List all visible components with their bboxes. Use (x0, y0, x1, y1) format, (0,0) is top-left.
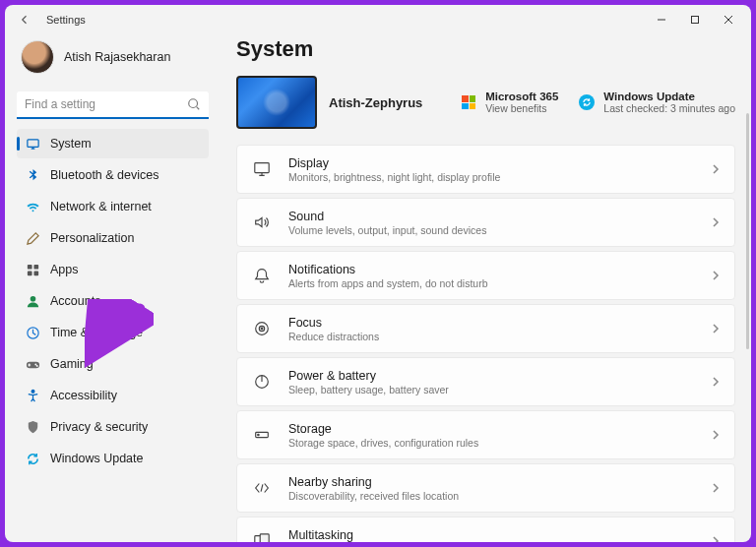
ms365-link[interactable]: Microsoft 365 View benefits (460, 91, 558, 114)
sound-icon (251, 212, 273, 233)
back-button[interactable] (11, 6, 38, 33)
avatar (21, 40, 54, 74)
svg-point-16 (261, 328, 263, 330)
gaming-icon (25, 356, 40, 372)
sidebar-item-bluetooth[interactable]: Bluetooth & devices (17, 160, 209, 190)
svg-rect-21 (260, 534, 269, 542)
personalization-icon (25, 230, 40, 246)
minimize-button[interactable] (645, 6, 678, 33)
nearby-icon (251, 477, 273, 499)
time-icon (25, 325, 40, 340)
row-multitasking[interactable]: MultitaskingSnap windows, desktops, task… (236, 517, 735, 542)
row-focus[interactable]: FocusReduce distractions (236, 304, 735, 353)
ms365-sub: View benefits (485, 102, 558, 114)
row-title: Storage (288, 422, 711, 436)
row-title: Power & battery (288, 369, 711, 383)
microsoft-icon (460, 93, 477, 111)
chevron-right-icon (711, 160, 721, 178)
chevron-right-icon (711, 532, 721, 542)
search-input[interactable] (17, 91, 209, 119)
row-sub: Storage space, drives, configuration rul… (288, 437, 711, 449)
bluetooth-icon (25, 167, 40, 183)
sidebar-item-label: Apps (50, 263, 79, 276)
sidebar-item-personalization[interactable]: Personalization (17, 223, 209, 253)
row-display[interactable]: DisplayMonitors, brightness, night light… (236, 145, 735, 194)
ms365-title: Microsoft 365 (485, 91, 558, 102)
sidebar-item-label: Personalization (50, 231, 134, 245)
sidebar-item-privacy[interactable]: Privacy & security (17, 412, 209, 442)
row-sub: Discoverability, received files location (288, 490, 711, 502)
sidebar-item-label: Gaming (50, 357, 94, 371)
sidebar-item-accounts[interactable]: Accounts (17, 286, 209, 316)
sidebar-item-time[interactable]: Time & language (17, 318, 209, 347)
row-title: Display (288, 156, 711, 170)
sidebar-item-network[interactable]: Network & internet (17, 192, 209, 221)
row-title: Sound (288, 210, 711, 223)
update-sub: Last checked: 3 minutes ago (603, 102, 735, 114)
profile-name: Atish Rajasekharan (64, 50, 170, 64)
sidebar-item-label: Bluetooth & devices (50, 168, 159, 182)
sidebar-item-label: System (50, 137, 92, 151)
search-box[interactable] (17, 91, 209, 119)
svg-rect-2 (27, 139, 37, 147)
notifications-icon (251, 265, 273, 286)
row-storage[interactable]: StorageStorage space, drives, configurat… (236, 410, 735, 459)
svg-rect-13 (255, 163, 269, 173)
chevron-right-icon (711, 267, 721, 284)
main-panel: System Atish-Zephyrus Microsoft 365 View… (217, 34, 751, 542)
scrollbar-thumb[interactable] (746, 113, 749, 349)
chevron-right-icon (711, 373, 721, 391)
chevron-right-icon (711, 479, 721, 497)
row-nearby[interactable]: Nearby sharingDiscoverability, received … (236, 463, 735, 513)
multitasking-icon (251, 530, 273, 542)
row-sub: Alerts from apps and system, do not dist… (288, 277, 711, 289)
svg-point-10 (34, 363, 36, 365)
row-title: Nearby sharing (288, 475, 711, 489)
close-button[interactable] (712, 6, 745, 33)
row-title: Focus (288, 316, 711, 330)
sidebar-item-label: Windows Update (50, 452, 144, 465)
sidebar-item-label: Network & internet (50, 200, 152, 213)
sidebar-item-gaming[interactable]: Gaming (17, 349, 209, 379)
device-thumbnail[interactable] (236, 76, 317, 129)
sidebar-item-label: Time & language (50, 326, 143, 339)
device-hero: Atish-Zephyrus Microsoft 365 View benefi… (236, 76, 735, 129)
power-icon (251, 371, 273, 393)
sidebar-item-label: Accounts (50, 294, 100, 308)
app-title: Settings (46, 14, 86, 26)
svg-rect-0 (692, 17, 699, 24)
row-sound[interactable]: SoundVolume levels, output, input, sound… (236, 198, 735, 247)
windows-update-link[interactable]: Windows Update Last checked: 3 minutes a… (578, 91, 735, 114)
sidebar-item-apps[interactable]: Apps (17, 255, 209, 284)
device-name: Atish-Zephyrus (329, 95, 422, 110)
chevron-right-icon (711, 320, 721, 337)
sidebar-item-update[interactable]: Windows Update (17, 444, 209, 473)
row-notifications[interactable]: NotificationsAlerts from apps and system… (236, 251, 735, 300)
update-title: Windows Update (603, 91, 735, 102)
row-sub: Monitors, brightness, night light, displ… (288, 171, 711, 183)
maximize-button[interactable] (678, 6, 712, 33)
accounts-icon (25, 293, 40, 309)
sidebar-item-label: Accessibility (50, 389, 117, 402)
svg-point-11 (35, 364, 37, 366)
settings-rows: DisplayMonitors, brightness, night light… (236, 145, 735, 542)
profile-block[interactable]: Atish Rajasekharan (17, 34, 209, 86)
chevron-right-icon (711, 426, 721, 444)
svg-rect-5 (27, 271, 32, 275)
sidebar-item-system[interactable]: System (17, 129, 209, 158)
svg-point-19 (258, 434, 259, 435)
accessibility-icon (25, 388, 40, 403)
focus-icon (251, 318, 273, 339)
display-icon (251, 158, 273, 180)
scrollbar[interactable] (746, 113, 749, 542)
nav-list: SystemBluetooth & devicesNetwork & inter… (17, 129, 209, 473)
svg-point-7 (30, 295, 35, 301)
sidebar-item-accessibility[interactable]: Accessibility (17, 381, 209, 410)
chevron-right-icon (711, 213, 721, 231)
row-power[interactable]: Power & batterySleep, battery usage, bat… (236, 357, 735, 406)
storage-icon (251, 424, 273, 446)
svg-point-1 (189, 99, 198, 108)
svg-rect-6 (33, 271, 38, 275)
row-title: Notifications (288, 263, 711, 276)
update-icon (578, 93, 596, 111)
